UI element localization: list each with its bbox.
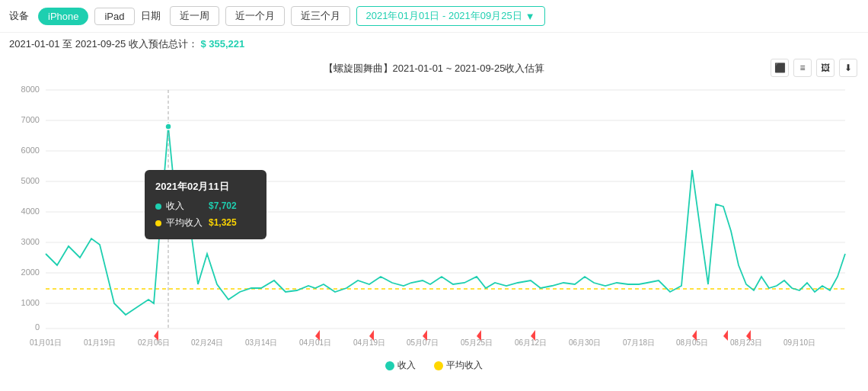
svg-text:06月30日: 06月30日 — [569, 338, 601, 347]
svg-text:06月12日: 06月12日 — [515, 338, 547, 347]
svg-text:01月01日: 01月01日 — [30, 338, 62, 347]
image-icon[interactable]: 🖼 — [816, 59, 834, 77]
ipad-button[interactable]: iPad — [94, 8, 134, 25]
chart-area: 8000 7000 6000 5000 4000 3000 2000 1000 … — [8, 79, 860, 353]
legend-revenue-label: 收入 — [397, 359, 416, 372]
flag-marker — [723, 330, 728, 341]
svg-text:6000: 6000 — [21, 146, 40, 155]
svg-text:04月01日: 04月01日 — [299, 338, 331, 347]
three-months-button[interactable]: 近三个月 — [291, 6, 350, 26]
svg-text:03月14日: 03月14日 — [245, 338, 277, 347]
svg-text:07月18日: 07月18日 — [623, 338, 655, 347]
svg-text:02月06日: 02月06日 — [138, 338, 170, 347]
svg-text:04月19日: 04月19日 — [353, 338, 385, 347]
week-button[interactable]: 近一周 — [170, 6, 219, 26]
svg-text:09月10日: 09月10日 — [783, 338, 815, 347]
chart-container: 【螺旋圆舞曲】2021-01-01 ~ 2021-09-25收入估算 ⬛ ≡ 🖼… — [8, 56, 860, 391]
summary-amount: $ 355,221 — [200, 38, 244, 50]
bar-chart-icon[interactable]: ⬛ — [771, 59, 789, 77]
svg-text:05月07日: 05月07日 — [407, 338, 439, 347]
svg-text:08月05日: 08月05日 — [676, 338, 708, 347]
tooltip-point — [165, 123, 171, 130]
svg-text:4000: 4000 — [21, 207, 40, 216]
date-range-label: 2021年01月01日 - 2021年09月25日 — [366, 9, 522, 23]
legend-avg: 平均收入 — [434, 359, 483, 372]
summary-bar: 2021-01-01 至 2021-09-25 收入预估总计： $ 355,22… — [0, 33, 868, 56]
legend-revenue: 收入 — [385, 359, 416, 372]
list-icon[interactable]: ≡ — [793, 59, 812, 77]
chart-svg: 8000 7000 6000 5000 4000 3000 2000 1000 … — [8, 79, 860, 353]
svg-text:08月23日: 08月23日 — [730, 338, 762, 347]
chart-legend: 收入 平均收入 — [8, 353, 860, 375]
date-range-button[interactable]: 2021年01月01日 - 2021年09月25日 ▼ — [356, 6, 545, 26]
device-label: 设备 — [9, 9, 29, 23]
legend-revenue-dot — [385, 361, 394, 370]
svg-text:7000: 7000 — [21, 115, 40, 124]
download-icon[interactable]: ⬇ — [839, 59, 857, 77]
iphone-button[interactable]: iPhone — [38, 8, 88, 25]
legend-avg-dot — [434, 361, 443, 370]
svg-text:05月25日: 05月25日 — [461, 338, 493, 347]
svg-text:0: 0 — [35, 322, 40, 332]
svg-text:02月24日: 02月24日 — [191, 338, 223, 347]
date-label: 日期 — [141, 9, 161, 23]
svg-text:01月19日: 01月19日 — [84, 338, 116, 347]
svg-text:5000: 5000 — [21, 176, 40, 185]
chart-icon-group: ⬛ ≡ 🖼 ⬇ — [771, 59, 857, 77]
legend-avg-label: 平均收入 — [446, 359, 483, 372]
revenue-line — [46, 127, 845, 315]
chart-title: 【螺旋圆舞曲】2021-01-01 ~ 2021-09-25收入估算 — [8, 56, 860, 79]
svg-text:1000: 1000 — [21, 298, 40, 307]
top-bar: 设备 iPhone iPad 日期 近一周 近一个月 近三个月 2021年01月… — [0, 0, 868, 33]
svg-text:2000: 2000 — [21, 268, 40, 277]
chevron-down-icon: ▼ — [525, 11, 535, 22]
svg-text:8000: 8000 — [21, 85, 40, 94]
summary-text: 2021-01-01 至 2021-09-25 收入预估总计： — [9, 38, 198, 50]
svg-text:3000: 3000 — [21, 237, 40, 246]
month-button[interactable]: 近一个月 — [225, 6, 285, 26]
